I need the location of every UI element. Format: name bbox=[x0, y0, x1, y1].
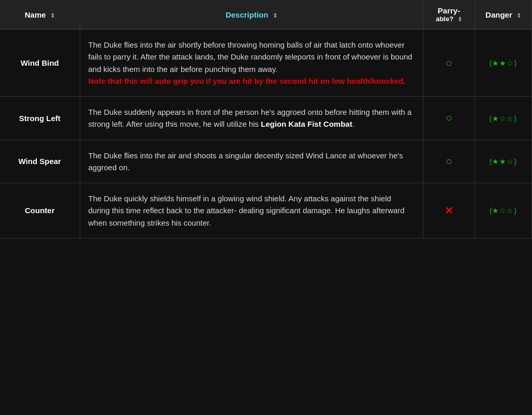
col-header-danger[interactable]: Danger ⇕ bbox=[475, 0, 532, 29]
danger-rating: (★★☆) bbox=[490, 157, 517, 166]
desc-sort-icon: ⇕ bbox=[273, 12, 277, 19]
parry-yes-icon: ○ bbox=[446, 56, 452, 69]
table-row: Wind SpearThe Duke flies into the air an… bbox=[0, 140, 532, 183]
col-header-description[interactable]: Description ⇕ bbox=[80, 0, 423, 29]
danger-rating: (★☆☆) bbox=[490, 114, 517, 123]
name-sort-icon: ⇕ bbox=[50, 12, 55, 19]
cell-danger-3: (★☆☆) bbox=[475, 183, 532, 239]
desc-text: The Duke quickly shields himself in a gl… bbox=[88, 194, 405, 227]
danger-sort-icon: ⇕ bbox=[516, 12, 521, 19]
parry-no-icon: ✕ bbox=[445, 205, 453, 216]
cell-description-0: The Duke flies into the air shortly befo… bbox=[80, 29, 423, 97]
cell-name-2: Wind Spear bbox=[0, 140, 80, 183]
cell-name-3: Counter bbox=[0, 183, 80, 239]
desc-text: The Duke flies into the air and shoots a… bbox=[88, 151, 403, 172]
col-header-parry[interactable]: Parry- able? ⇕ bbox=[423, 0, 475, 29]
parry-yes-icon: ○ bbox=[446, 111, 452, 124]
cell-name-0: Wind Bind bbox=[0, 29, 80, 97]
col-desc-label: Description bbox=[226, 10, 269, 19]
parry-yes-icon: ○ bbox=[446, 155, 452, 168]
cell-description-1: The Duke suddenly appears in front of th… bbox=[80, 97, 423, 140]
col-parry-label-bot: able? ⇕ bbox=[432, 15, 466, 23]
table-header-row: Name ⇕ Description ⇕ Parry- able? ⇕ Dang… bbox=[0, 0, 532, 29]
red-note-text: Note that this will auto grip you if you… bbox=[88, 77, 406, 85]
cell-parry-1: ○ bbox=[423, 97, 475, 140]
table-row: Strong LeftThe Duke suddenly appears in … bbox=[0, 97, 532, 140]
col-header-name[interactable]: Name ⇕ bbox=[0, 0, 80, 29]
table-row: Wind BindThe Duke flies into the air sho… bbox=[0, 29, 532, 97]
cell-description-3: The Duke quickly shields himself in a gl… bbox=[80, 183, 423, 239]
cell-parry-2: ○ bbox=[423, 140, 475, 183]
cell-parry-0: ○ bbox=[423, 29, 475, 97]
col-danger-label: Danger bbox=[485, 10, 512, 19]
cell-danger-1: (★☆☆) bbox=[475, 97, 532, 140]
attacks-table: Name ⇕ Description ⇕ Parry- able? ⇕ Dang… bbox=[0, 0, 532, 239]
danger-rating: (★★☆) bbox=[490, 59, 517, 67]
danger-rating: (★☆☆) bbox=[490, 206, 517, 215]
table-row: CounterThe Duke quickly shields himself … bbox=[0, 183, 532, 239]
cell-danger-0: (★★☆) bbox=[475, 29, 532, 97]
col-parry-label-top: Parry- bbox=[432, 6, 466, 15]
cell-danger-2: (★★☆) bbox=[475, 140, 532, 183]
col-name-label: Name bbox=[25, 10, 46, 19]
parry-sort-icon: ⇕ bbox=[457, 16, 462, 23]
cell-name-1: Strong Left bbox=[0, 97, 80, 140]
cell-description-2: The Duke flies into the air and shoots a… bbox=[80, 140, 423, 183]
desc-text: The Duke flies into the air shortly befo… bbox=[88, 40, 412, 73]
cell-parry-3: ✕ bbox=[423, 183, 475, 239]
